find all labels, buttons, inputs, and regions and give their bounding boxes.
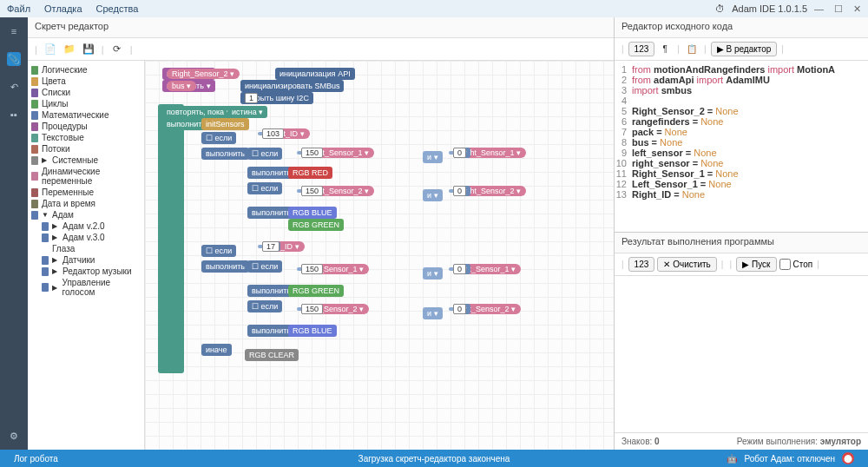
maximize-icon[interactable]: ☐ [834,3,843,15]
block[interactable]: и ▾ [423,307,443,319]
adam-eyes[interactable]: Глаза [28,243,144,254]
code-line[interactable]: 9left_sensor = None [615,148,868,158]
block[interactable]: Left_Sensor_2 ▾ ≤ ▾ 150 [297,307,306,311]
block[interactable]: открыть шину I2C 1 [240,92,313,104]
block[interactable]: выполнить [201,260,249,273]
code-line[interactable]: 12Left_Sensor_1 = None [615,179,868,189]
category-item[interactable]: Циклы [28,98,144,109]
menu-icon[interactable]: ≡ [7,24,21,38]
block[interactable]: Right_Sensor_1 ▾ ≤ ▾ 150 [297,151,306,155]
category-item[interactable]: Процедуры [28,121,144,132]
block[interactable]: ☐ если [201,132,236,144]
block-categories: ЛогическиеЦветаСпискиЦиклыМатематические… [28,61,145,450]
block[interactable]: Left_Sensor_1 ▾ ≠ ▾ 0 [449,267,457,271]
block[interactable]: Right_ID ▾ = ▾ 103 [258,132,266,135]
code-line[interactable]: 7pack = None [615,127,868,137]
category-item[interactable]: Логические [28,64,144,76]
block[interactable]: Left_Sensor_1 ▾ ≤ ▾ 150 [297,267,306,271]
pilcrow-icon[interactable]: ¶ [657,42,673,57]
code-line[interactable]: 10right_sensor = None [615,158,868,168]
block[interactable]: RGB GREEN [288,219,344,231]
block[interactable]: initSensors [201,118,249,130]
category-item[interactable]: Переменные [28,187,144,198]
code-line[interactable]: 13Right_ID = None [615,189,868,200]
block[interactable]: ☐ если [247,260,282,273]
result-linenum[interactable]: 123 [628,257,655,272]
code-line[interactable]: 2from adamApi import AdamIMU [615,75,868,85]
result-panel: Результат выполнения программы | 123 ✕ О… [615,233,868,450]
block[interactable]: Right_Sensor_1 ▾ ≠ ▾ 0 [449,151,457,155]
status-log[interactable]: Лог робота [7,454,292,464]
code-line[interactable]: 8bus = None [615,137,868,148]
category-item[interactable]: Дата и время [28,198,144,209]
code-line[interactable]: 11Right_Sensor_1 = None [615,168,868,179]
menu-file[interactable]: Файл [7,3,30,14]
category-system[interactable]: ▶Системные [28,155,144,166]
attach-icon[interactable]: 📎 [7,52,21,66]
adam-voice[interactable]: ▶Управление голосом [28,277,144,298]
block[interactable]: Right_Sensor_2 ▾ ≠ ▾ 0 [449,189,457,193]
block[interactable]: и ▾ [423,151,443,163]
clear-button[interactable]: ✕ Очистить [657,257,717,272]
block[interactable]: Left_ID ▾ = ▾ 17 [258,245,266,248]
code-line[interactable]: 1from motionAndRangefinders import Motio… [615,64,868,75]
save-icon[interactable]: 💾 [81,42,96,57]
code-line[interactable]: 6rangefinders = None [615,116,868,127]
refresh-icon[interactable]: ⟳ [109,42,125,57]
category-item[interactable]: Списки [28,87,144,98]
block[interactable]: RGB RED [288,167,332,179]
menu-tools[interactable]: Средства [96,3,139,14]
block[interactable]: ☐ если [247,300,282,312]
block[interactable]: и ▾ [423,189,443,201]
block[interactable]: RGB BLUE [288,325,337,337]
block[interactable]: повторять, пока ▾ [162,106,235,118]
minimize-icon[interactable]: — [814,3,824,15]
copy-icon[interactable]: 📋 [684,42,700,57]
robot-status-icon: 🤖 [727,454,737,464]
block[interactable]: ☐ если [247,182,282,194]
to-editor-button[interactable]: ▶ В редактор [711,42,778,56]
run-button[interactable]: ▶ Пуск [736,257,776,272]
block[interactable]: истина ▾ [227,106,267,118]
block[interactable]: иначе [201,344,232,356]
block[interactable]: выполнить [201,148,249,160]
adam-v2[interactable]: ▶Адам v.2.0 [28,220,144,232]
block[interactable]: ☐ если [201,245,236,257]
settings-icon[interactable]: ⚙ [7,429,21,443]
adam-sensors[interactable]: ▶Датчики [28,254,144,266]
category-item[interactable]: Цвета [28,76,144,87]
block[interactable]: Left_Sensor_2 ▾ ≠ ▾ 0 [449,307,457,311]
code-line[interactable]: 5Right_Sensor_2 = None [615,106,868,116]
block[interactable]: RGB CLEAR [245,349,299,361]
code-line[interactable]: 4 [615,95,868,106]
new-file-icon[interactable]: 📄 [43,42,58,57]
result-output [615,276,868,432]
category-item[interactable]: Текстовые [28,132,144,143]
category-item[interactable]: Динамические переменные [28,166,144,187]
code-line[interactable]: 3import smbus [615,85,868,95]
adam-music[interactable]: ▶Редактор музыки [28,266,144,277]
undo-icon[interactable]: ↶ [7,80,21,94]
block[interactable]: и ▾ [423,267,443,280]
linenum-toggle[interactable]: 123 [628,42,655,56]
code-area[interactable]: 1from motionAndRangefinders import Motio… [615,61,868,232]
block[interactable]: присвоить Right_Sensor_2 ▾ ▾ [162,68,215,80]
menu-debug[interactable]: Отладка [44,3,82,14]
block[interactable]: RGB BLUE [288,207,337,219]
robot-icon[interactable]: ▪▪ [7,108,21,122]
adam-v3[interactable]: ▶Адам v.3.0 [28,232,144,243]
stop-checkbox[interactable]: Стоп [779,259,813,270]
category-adam[interactable]: ▼Адам [28,209,144,220]
close-icon[interactable]: ✕ [853,3,861,15]
open-folder-icon[interactable]: 📁 [62,42,77,57]
block[interactable]: присвоить bus ▾ ▾ [162,80,215,92]
category-item[interactable]: Потоки [28,143,144,155]
block[interactable]: RGB GREEN [288,285,344,297]
block[interactable]: инициализировать SMBus [240,80,344,92]
category-item[interactable]: Математические [28,109,144,121]
block[interactable]: ☐ если [247,148,282,160]
block[interactable]: инициализация API [275,68,355,80]
block[interactable]: Right_Sensor_2 ▾ ≤ ▾ 150 [297,189,306,193]
block-canvas[interactable]: присвоить Right_Sensor_2 ▾ ▾инициализаци… [145,61,614,450]
notification-badge[interactable]: ⬤1 [842,452,854,464]
